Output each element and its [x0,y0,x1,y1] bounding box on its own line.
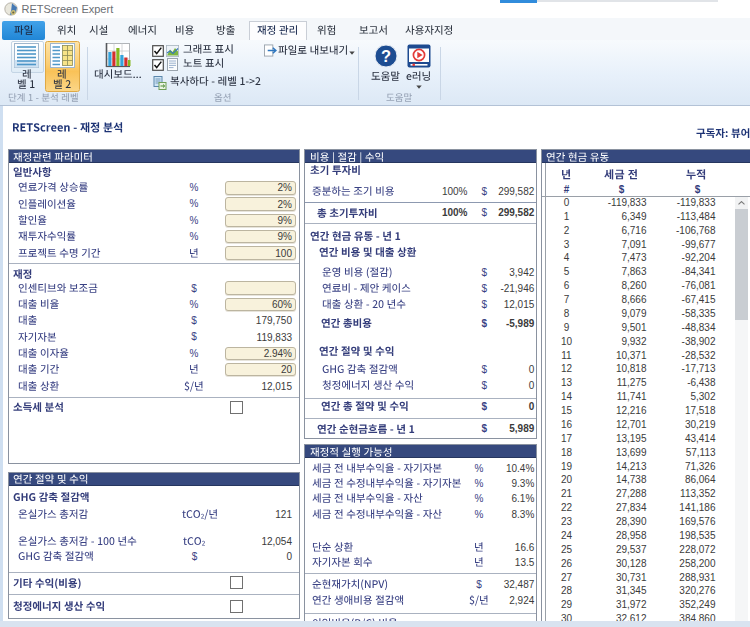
svg-text:?: ? [380,47,390,65]
